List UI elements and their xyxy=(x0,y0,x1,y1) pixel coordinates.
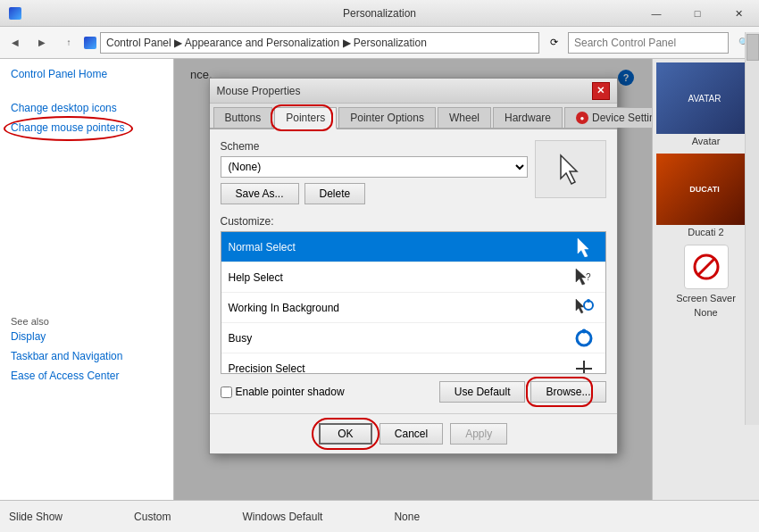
use-default-button[interactable]: Use Default xyxy=(439,381,526,403)
avatar-text: AVATAR xyxy=(688,94,721,104)
svg-point-6 xyxy=(587,299,590,303)
scheme-preview xyxy=(535,140,606,198)
see-also-label: See also xyxy=(11,316,163,327)
cursor-item-normal-select[interactable]: Normal Select xyxy=(221,232,605,262)
scheme-section: Scheme (None) Save As... Delete xyxy=(221,140,606,204)
sidebar-item-display[interactable]: Display xyxy=(11,330,163,343)
cursor-item-precision-select-icon xyxy=(570,354,598,375)
sidebar: Control Panel Home Change desktop icons … xyxy=(0,59,174,500)
cursor-item-help-select-icon: ? xyxy=(570,263,598,292)
scheme-buttons: Save As... Delete xyxy=(221,183,528,204)
svg-marker-4 xyxy=(576,299,584,313)
cursor-item-busy-label: Busy xyxy=(229,332,570,345)
right-panel-scrollbar[interactable] xyxy=(745,59,759,425)
ok-button[interactable]: OK xyxy=(319,423,372,445)
avatar-thumbnail: AVATAR xyxy=(656,62,753,134)
delete-button[interactable]: Delete xyxy=(304,183,366,204)
tab-hardware[interactable]: Hardware xyxy=(493,107,563,128)
svg-text:?: ? xyxy=(586,272,591,282)
sidebar-item-ease[interactable]: Ease of Access Center xyxy=(11,370,163,382)
back-button[interactable]: ◀ xyxy=(4,31,27,54)
cursor-item-normal-select-label: Normal Select xyxy=(229,241,570,254)
scrollbar-thumb[interactable] xyxy=(746,59,759,61)
status-windows-default: Windows Default xyxy=(242,511,322,523)
screen-saver-sublabel: None xyxy=(694,307,717,318)
dialog-tabs: Buttons Pointers Pointer Options Wheel xyxy=(210,104,617,129)
status-slide-show: Slide Show xyxy=(9,511,63,523)
cursor-item-busy-icon xyxy=(570,324,598,353)
app-icon xyxy=(9,7,21,20)
sidebar-item-control-panel-home[interactable]: Control Panel Home xyxy=(11,68,107,80)
dialog-footer: OK Cancel Apply xyxy=(210,413,617,453)
scheme-select[interactable]: (None) xyxy=(221,156,528,178)
sidebar-item-change-mouse-pointers[interactable]: Change mouse pointers xyxy=(11,121,124,134)
up-button[interactable]: ↑ xyxy=(57,31,80,54)
tab-wheel[interactable]: Wheel xyxy=(438,107,491,128)
sidebar-item-change-desktop-icons[interactable]: Change desktop icons xyxy=(11,102,163,114)
customize-label: Customize: xyxy=(221,215,606,228)
no-symbol-icon xyxy=(692,253,721,281)
search-input[interactable] xyxy=(568,32,729,54)
modal-overlay: Mouse Properties ✕ Buttons Pointers xyxy=(174,59,652,500)
tab-device-settings[interactable]: ● Device Settings xyxy=(564,107,652,128)
dialog-content: Scheme (None) Save As... Delete xyxy=(210,129,617,413)
shadow-checkbox-label[interactable]: Enable pointer shadow xyxy=(221,386,345,398)
ducati-text: DUCATI xyxy=(689,185,719,194)
shadow-checkbox[interactable] xyxy=(221,387,232,398)
cursor-item-normal-select-icon xyxy=(570,233,598,262)
cursor-item-working-bg-label: Working In Background xyxy=(229,302,570,314)
main-layout: Control Panel Home Change desktop icons … xyxy=(0,59,759,500)
screen-saver-icon xyxy=(684,245,729,289)
svg-marker-2 xyxy=(576,269,586,285)
avatar-label: Avatar xyxy=(656,136,755,146)
refresh-button[interactable]: ⟳ xyxy=(543,32,564,54)
svg-marker-1 xyxy=(578,238,588,257)
dialog-title-bar: Mouse Properties ✕ xyxy=(210,79,617,104)
tab-pointers[interactable]: Pointers xyxy=(274,107,337,129)
cursor-item-working-bg[interactable]: Working In Background xyxy=(221,293,605,323)
ducati-label: Ducati 2 xyxy=(656,227,755,237)
sidebar-item-taskbar[interactable]: Taskbar and Navigation xyxy=(11,350,163,362)
title-bar: Personalization — □ ✕ xyxy=(0,0,759,27)
cursor-item-working-bg-icon xyxy=(570,294,598,322)
scheme-label: Scheme xyxy=(221,140,528,153)
cursor-item-precision-select[interactable]: Precision Select xyxy=(221,353,605,374)
cancel-button[interactable]: Cancel xyxy=(380,423,443,445)
address-bar: ◀ ▶ ↑ Control Panel ▶ Appearance and Per… xyxy=(0,27,759,59)
right-panel: AVATAR Avatar DUCATI Ducati 2 Screen Sav… xyxy=(652,59,759,500)
cursor-item-help-select[interactable]: Help Select ? xyxy=(221,262,605,293)
mouse-properties-dialog: Mouse Properties ✕ Buttons Pointers xyxy=(209,78,618,454)
right-panel-avatar[interactable]: AVATAR Avatar xyxy=(656,62,755,146)
address-path[interactable]: Control Panel ▶ Appearance and Personali… xyxy=(100,32,539,54)
bottom-action-buttons: Use Default Browse... xyxy=(439,381,606,403)
browse-button[interactable]: Browse... xyxy=(530,381,605,403)
forward-button[interactable]: ▶ xyxy=(30,31,54,54)
scheme-left: Scheme (None) Save As... Delete xyxy=(221,140,528,204)
screen-saver-section: Screen Saver None xyxy=(656,245,755,318)
save-as-button[interactable]: Save As... xyxy=(221,183,299,204)
minimize-button[interactable]: — xyxy=(636,0,677,27)
cursor-preview-icon xyxy=(557,154,584,186)
status-none: None xyxy=(394,511,420,523)
apply-button[interactable]: Apply xyxy=(450,423,507,445)
location-icon xyxy=(84,37,96,49)
window-title: Personalization xyxy=(343,7,416,20)
dialog-title: Mouse Properties xyxy=(217,85,301,97)
right-panel-ducati[interactable]: DUCATI Ducati 2 xyxy=(656,154,755,237)
close-button[interactable]: ✕ xyxy=(718,0,759,27)
window-controls: — □ ✕ xyxy=(636,0,759,27)
shadow-label: Enable pointer shadow xyxy=(236,386,345,398)
status-custom: Custom xyxy=(134,511,171,523)
device-settings-tab-icon: ● xyxy=(576,112,588,124)
maximize-button[interactable]: □ xyxy=(677,0,718,27)
tab-pointer-options[interactable]: Pointer Options xyxy=(338,107,436,128)
cursor-list[interactable]: Normal Select Help Select xyxy=(221,231,606,374)
bottom-options: Enable pointer shadow Use Default Browse… xyxy=(221,381,606,403)
status-bar: Slide Show Custom Windows Default None xyxy=(0,500,759,532)
cursor-item-busy[interactable]: Busy xyxy=(221,323,605,353)
dialog-close-button[interactable]: ✕ xyxy=(592,82,610,100)
content-area: ? nce. Mouse Properties ✕ Buttons xyxy=(174,59,652,500)
ducati-thumbnail: DUCATI xyxy=(656,154,753,225)
tab-buttons[interactable]: Buttons xyxy=(213,107,273,128)
cursor-item-precision-select-label: Precision Select xyxy=(229,362,570,375)
